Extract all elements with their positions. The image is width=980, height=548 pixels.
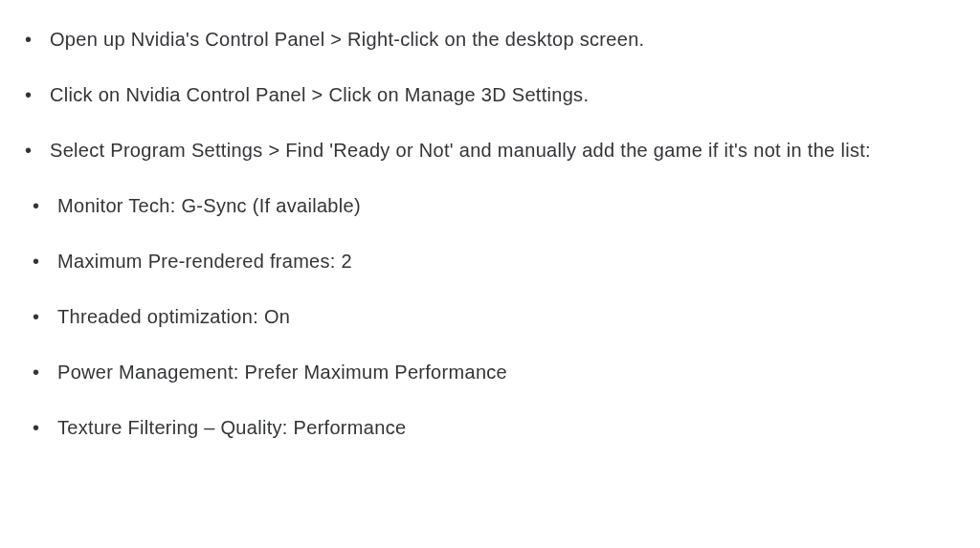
list-item: Select Program Settings > Find 'Ready or… <box>19 134 942 166</box>
list-item: Monitor Tech: G-Sync (If available) <box>19 189 942 222</box>
list-item: Maximum Pre-rendered frames: 2 <box>19 245 942 277</box>
list-item: Threaded optimization: On <box>19 300 942 333</box>
settings-list: Monitor Tech: G-Sync (If available) Maxi… <box>19 189 942 444</box>
list-item: Click on Nvidia Control Panel > Click on… <box>19 78 942 111</box>
list-item: Open up Nvidia's Control Panel > Right-c… <box>19 23 942 55</box>
list-item: Texture Filtering – Quality: Performance <box>19 411 942 444</box>
list-item: Power Management: Prefer Maximum Perform… <box>19 356 942 388</box>
primary-steps-list: Open up Nvidia's Control Panel > Right-c… <box>19 23 942 166</box>
